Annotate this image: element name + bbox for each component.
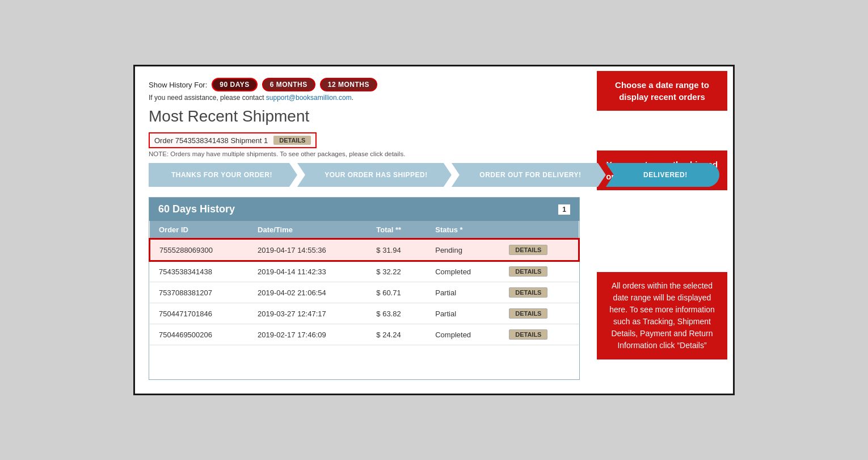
details-button[interactable]: DETAILS: [509, 245, 547, 255]
shipment-order-text: Order 7543538341438 Shipment 1: [154, 136, 268, 145]
progress-step-4: DELIVERED!: [606, 163, 719, 187]
col-action: [500, 221, 579, 239]
cell-order-id: 7504471701846: [150, 303, 248, 324]
callout-date-range: Choose a date range to display recent or…: [597, 71, 727, 111]
cell-status: Partial: [426, 282, 500, 303]
shipment-box: Order 7543538341438 Shipment 1 DETAILS: [149, 132, 317, 148]
btn-90-days[interactable]: 90 DAYS: [212, 78, 257, 91]
show-history-label: Show History For:: [149, 81, 207, 89]
btn-6-months[interactable]: 6 MONTHS: [262, 78, 315, 91]
table-row: 7537088381207 2019-04-02 21:06:54 $ 60.7…: [150, 282, 579, 303]
table-row: 7543538341438 2019-04-14 11:42:33 $ 32.2…: [150, 261, 579, 282]
cell-total: $ 63.82: [367, 303, 426, 324]
cell-total: $ 32.22: [367, 261, 426, 282]
table-row: 7504469500206 2019-02-17 17:46:09 $ 24.2…: [150, 324, 579, 345]
col-datetime: Date/Time: [248, 221, 367, 239]
table-header-row: Order ID Date/Time Total ** Status *: [150, 221, 579, 239]
cell-order-id: 7543538341438: [150, 261, 248, 282]
history-title: 60 Days History: [158, 203, 235, 215]
cell-order-id: 7537088381207: [150, 282, 248, 303]
cell-status: Partial: [426, 303, 500, 324]
cell-details: DETAILS: [500, 239, 579, 261]
cell-status: Pending: [426, 239, 500, 261]
callout-orders: All orders within the selected date rang…: [597, 272, 727, 359]
cell-status: Completed: [426, 261, 500, 282]
progress-step-1: THANKS FOR YOUR ORDER!: [149, 163, 297, 187]
cell-details: DETAILS: [500, 324, 579, 345]
cell-total: $ 31.94: [367, 239, 426, 261]
history-page-num: 1: [558, 204, 570, 215]
support-email-link[interactable]: support@booksamillion.com: [266, 94, 352, 102]
cell-order-id: 7555288069300: [150, 239, 248, 261]
cell-status: Completed: [426, 324, 500, 345]
progress-step-2: YOUR ORDER HAS SHIPPED!: [297, 163, 452, 187]
main-frame: Show History For: 90 DAYS 6 MONTHS 12 MO…: [133, 65, 735, 395]
table-row: 7504471701846 2019-03-27 12:47:17 $ 63.8…: [150, 303, 579, 324]
progress-step-3: ORDER OUT FOR DELIVERY!: [452, 163, 606, 187]
history-section: 60 Days History 1 Order ID Date/Time Tot…: [149, 197, 580, 380]
details-button[interactable]: DETAILS: [509, 329, 547, 340]
cell-details: DETAILS: [500, 282, 579, 303]
col-status: Status *: [426, 221, 500, 239]
cell-order-id: 7504469500206: [150, 324, 248, 345]
cell-datetime: 2019-02-17 17:46:09: [248, 324, 367, 345]
cell-total: $ 60.71: [367, 282, 426, 303]
cell-datetime: 2019-04-17 14:55:36: [248, 239, 367, 261]
details-button[interactable]: DETAILS: [509, 308, 547, 319]
table-padding: [149, 345, 579, 379]
cell-total: $ 24.24: [367, 324, 426, 345]
cell-datetime: 2019-04-14 11:42:33: [248, 261, 367, 282]
progress-bar: THANKS FOR YOUR ORDER! YOUR ORDER HAS SH…: [149, 163, 719, 187]
col-order-id: Order ID: [150, 221, 248, 239]
table-row: 7555288069300 2019-04-17 14:55:36 $ 31.9…: [150, 239, 579, 261]
details-button[interactable]: DETAILS: [509, 266, 547, 277]
cell-details: DETAILS: [500, 261, 579, 282]
history-table: Order ID Date/Time Total ** Status * 755…: [149, 221, 579, 345]
shipment-details-button[interactable]: DETAILS: [273, 136, 311, 145]
cell-datetime: 2019-03-27 12:47:17: [248, 303, 367, 324]
btn-12-months[interactable]: 12 MONTHS: [320, 78, 377, 91]
cell-datetime: 2019-04-02 21:06:54: [248, 282, 367, 303]
history-header: 60 Days History 1: [149, 198, 579, 221]
cell-details: DETAILS: [500, 303, 579, 324]
col-total: Total **: [367, 221, 426, 239]
details-button[interactable]: DETAILS: [509, 287, 547, 298]
